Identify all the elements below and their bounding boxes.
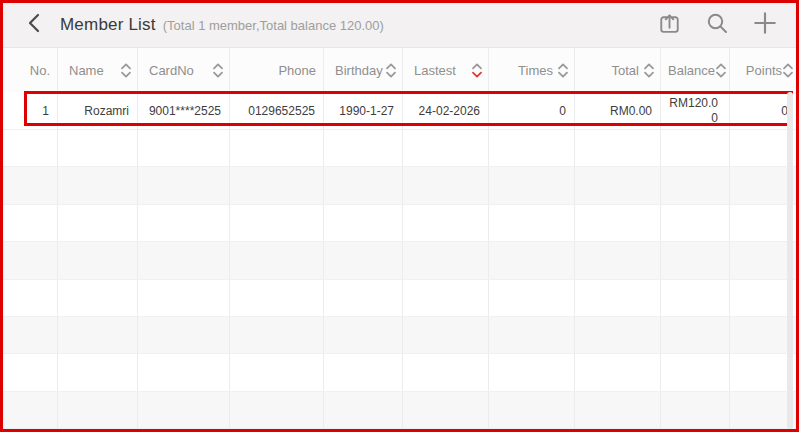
sort-icon-active-desc (471, 62, 483, 79)
empty-cell (489, 354, 575, 390)
empty-cell (403, 317, 489, 353)
empty-cell (489, 167, 575, 203)
empty-cell (58, 167, 138, 203)
search-button[interactable] (704, 12, 730, 38)
cell-total: RM0.00 (575, 92, 661, 129)
export-icon (657, 11, 682, 40)
empty-cell (58, 354, 138, 390)
appbar-actions (656, 12, 778, 38)
empty-cell (3, 167, 58, 203)
empty-cell (230, 242, 324, 278)
empty-cell (138, 130, 230, 166)
header-label: Birthday (335, 63, 383, 78)
empty-cell (3, 392, 58, 428)
empty-cell (661, 130, 730, 166)
empty-cell (58, 392, 138, 428)
member-list-screen: Member List (Total 1 member,Total balanc… (0, 0, 799, 432)
cell-balance: RM120.00 (661, 92, 730, 129)
empty-cell (324, 392, 403, 428)
empty-cell (3, 280, 58, 316)
header-label: CardNo (149, 63, 194, 78)
empty-cell (575, 280, 661, 316)
empty-cell (403, 130, 489, 166)
back-button[interactable] (20, 12, 46, 38)
sort-icon (643, 62, 655, 79)
cell-cardno: 9001****2525 (138, 92, 230, 129)
cell-times: 0 (489, 92, 575, 129)
empty-cell (58, 205, 138, 241)
empty-cell (230, 392, 324, 428)
empty-row (3, 130, 796, 167)
search-icon (705, 11, 729, 39)
empty-cell (230, 205, 324, 241)
header-label: Name (69, 63, 104, 78)
header-label: Phone (278, 63, 316, 78)
header-cell-lastest[interactable]: Lastest (403, 48, 489, 92)
empty-cell (3, 205, 58, 241)
empty-cell (403, 167, 489, 203)
header-label: Times (518, 63, 553, 78)
empty-cell (324, 354, 403, 390)
empty-cell (138, 317, 230, 353)
plus-icon (752, 10, 778, 40)
header-cell-phone: Phone (230, 48, 324, 92)
empty-cell (58, 280, 138, 316)
cell-name: Rozamri (58, 92, 138, 129)
scrollbar[interactable] (787, 92, 793, 429)
empty-cell (58, 130, 138, 166)
cell-birthday: 1990-1-27 (324, 92, 403, 129)
empty-cell (575, 354, 661, 390)
empty-row (3, 317, 796, 354)
empty-cell (138, 392, 230, 428)
back-chevron-icon (27, 13, 40, 37)
empty-cell (403, 392, 489, 428)
empty-cell (403, 280, 489, 316)
header-cell-birthday[interactable]: Birthday (324, 48, 403, 92)
empty-cell (403, 354, 489, 390)
empty-cell (138, 242, 230, 278)
empty-cell (230, 354, 324, 390)
empty-cell (230, 317, 324, 353)
empty-cell (3, 354, 58, 390)
empty-rows (3, 130, 796, 429)
empty-cell (403, 242, 489, 278)
header-cell-cardno[interactable]: CardNo (138, 48, 230, 92)
empty-cell (324, 317, 403, 353)
sort-icon (782, 62, 794, 79)
empty-cell (661, 205, 730, 241)
header-cell-points[interactable]: Points (730, 48, 796, 92)
header-cell-balance[interactable]: Balance (661, 48, 730, 92)
empty-cell (575, 242, 661, 278)
sort-icon (120, 62, 132, 79)
empty-cell (575, 392, 661, 428)
empty-cell (661, 280, 730, 316)
empty-cell (58, 317, 138, 353)
table-header-row: No. Name CardNo Phone Birthday Lastest T… (3, 48, 796, 92)
empty-cell (489, 317, 575, 353)
empty-cell (575, 167, 661, 203)
empty-cell (324, 280, 403, 316)
empty-cell (138, 354, 230, 390)
empty-cell (3, 317, 58, 353)
empty-cell (489, 280, 575, 316)
empty-cell (324, 167, 403, 203)
sort-icon (212, 62, 224, 79)
header-cell-name[interactable]: Name (58, 48, 138, 92)
empty-cell (661, 167, 730, 203)
add-member-button[interactable] (752, 12, 778, 38)
empty-cell (324, 130, 403, 166)
header-label: No. (30, 63, 50, 78)
empty-cell (138, 280, 230, 316)
member-row[interactable]: 1 Rozamri 9001****2525 0129652525 1990-1… (3, 92, 796, 130)
header-cell-total[interactable]: Total (575, 48, 661, 92)
export-button[interactable] (656, 12, 682, 38)
header-label: Total (612, 63, 639, 78)
cell-phone: 0129652525 (230, 92, 324, 129)
empty-cell (324, 205, 403, 241)
page-subtitle: (Total 1 member,Total balance 120.00) (163, 17, 384, 33)
empty-cell (58, 242, 138, 278)
header-label: Points (746, 63, 782, 78)
header-cell-times[interactable]: Times (489, 48, 575, 92)
empty-cell (230, 280, 324, 316)
empty-cell (489, 392, 575, 428)
